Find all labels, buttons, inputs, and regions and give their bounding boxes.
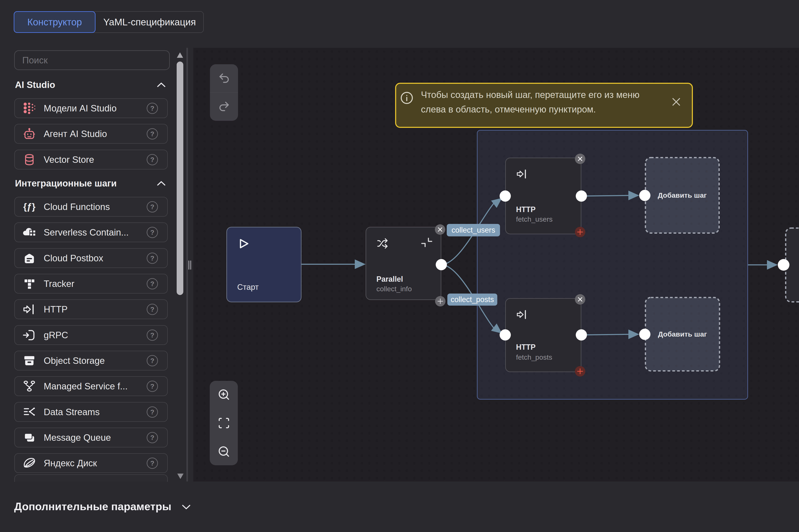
svg-text:{ƒ}: {ƒ} xyxy=(23,202,36,212)
